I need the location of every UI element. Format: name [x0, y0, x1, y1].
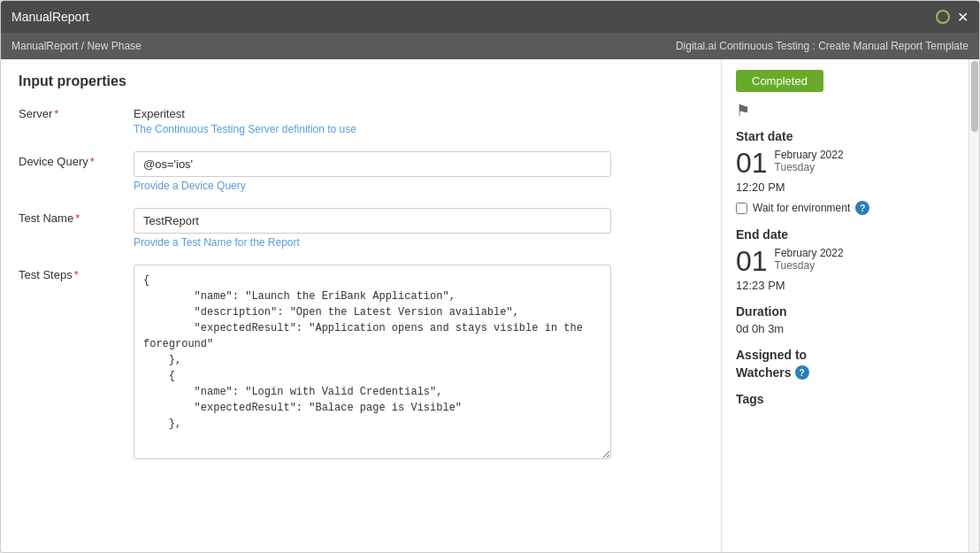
end-time: 12:23 PM: [736, 279, 954, 292]
duration-value: 0d 0h 3m: [736, 322, 954, 335]
end-date-section: End date 01 February 2022 Tuesday 12:23 …: [736, 227, 954, 292]
duration-section: Duration 0d 0h 3m: [736, 304, 954, 335]
test-name-input[interactable]: [134, 208, 611, 234]
start-weekday: Tuesday: [775, 161, 844, 173]
title-bar-left: ManualReport: [11, 10, 89, 24]
device-query-row: Device Query* Provide a Device Query: [19, 151, 703, 192]
test-steps-row: Test Steps* { "name": "Launch the EriBan…: [19, 265, 703, 462]
main-window: ManualReport ✕ ManualReport / New Phase …: [0, 0, 980, 553]
wait-env-help-icon[interactable]: ?: [855, 201, 869, 215]
wait-env-label: Wait for environment: [753, 202, 850, 214]
device-query-input[interactable]: [134, 151, 611, 177]
server-row: Server* Experitest The Continuous Testin…: [19, 104, 703, 135]
start-date-row: 01 February 2022 Tuesday: [736, 149, 954, 177]
device-query-hint: Provide a Device Query: [134, 180, 611, 192]
wait-env-row: Wait for environment ?: [736, 201, 954, 215]
window-title: ManualReport: [11, 10, 89, 24]
start-date-detail: February 2022 Tuesday: [775, 149, 844, 173]
flag-icon: ⚑: [736, 101, 954, 120]
wait-env-checkbox[interactable]: [736, 203, 747, 214]
assigned-section: Assigned to Watchers ?: [736, 348, 954, 380]
required-star-4: *: [74, 268, 79, 281]
required-star: *: [54, 107, 58, 120]
device-query-label: Device Query*: [19, 151, 134, 168]
required-star-2: *: [90, 155, 95, 168]
watchers-title: Watchers ?: [736, 365, 954, 380]
end-day: 01: [736, 247, 768, 275]
required-star-3: *: [75, 211, 80, 225]
title-bar: ManualReport ✕: [1, 1, 979, 33]
test-name-label: Test Name*: [19, 208, 134, 225]
duration-title: Duration: [736, 304, 954, 319]
test-steps-textarea[interactable]: { "name": "Launch the EriBank Applicatio…: [134, 265, 611, 459]
test-name-hint: Provide a Test Name for the Report: [134, 236, 611, 249]
left-panel: Input properties Server* Experitest The …: [1, 59, 721, 552]
main-content: Input properties Server* Experitest The …: [1, 59, 979, 552]
server-hint: The Continuous Testing Server definition…: [134, 123, 611, 135]
breadcrumb-bar: ManualReport / New Phase Digital.ai Cont…: [1, 33, 979, 59]
start-month-year: February 2022: [775, 149, 844, 161]
start-date-section: Start date 01 February 2022 Tuesday 12:2…: [736, 129, 954, 215]
tags-section: Tags: [736, 392, 954, 406]
end-date-title: End date: [736, 227, 954, 242]
status-circle-icon: [936, 10, 950, 24]
section-title: Input properties: [19, 73, 703, 89]
right-panel: Completed ⚑ Start date 01 February 2022 …: [721, 59, 969, 552]
test-name-field: Provide a Test Name for the Report: [134, 208, 611, 249]
start-day: 01: [736, 149, 768, 177]
tags-title: Tags: [736, 392, 954, 406]
test-steps-label: Test Steps*: [19, 265, 134, 281]
breadcrumb-left: ManualReport / New Phase: [11, 40, 142, 52]
scrollbar[interactable]: [969, 59, 979, 552]
title-bar-icons: ✕: [936, 9, 969, 26]
server-label: Server*: [19, 104, 134, 120]
end-month-year: February 2022: [775, 247, 844, 259]
test-name-row: Test Name* Provide a Test Name for the R…: [19, 208, 703, 249]
assigned-title: Assigned to: [736, 348, 954, 362]
start-date-title: Start date: [736, 129, 954, 143]
server-value: Experitest: [134, 104, 611, 120]
close-button[interactable]: ✕: [957, 9, 969, 26]
end-weekday: Tuesday: [775, 259, 844, 272]
server-field: Experitest The Continuous Testing Server…: [134, 104, 611, 135]
test-steps-field: { "name": "Launch the EriBank Applicatio…: [134, 265, 611, 462]
completed-badge: Completed: [736, 70, 823, 92]
end-date-detail: February 2022 Tuesday: [775, 247, 844, 272]
start-time: 12:20 PM: [736, 180, 954, 194]
breadcrumb-right: Digital.ai Continuous Testing : Create M…: [676, 40, 969, 52]
watchers-help-icon[interactable]: ?: [795, 365, 809, 380]
device-query-field: Provide a Device Query: [134, 151, 611, 192]
scrollbar-thumb[interactable]: [971, 61, 978, 132]
end-date-row: 01 February 2022 Tuesday: [736, 247, 954, 275]
